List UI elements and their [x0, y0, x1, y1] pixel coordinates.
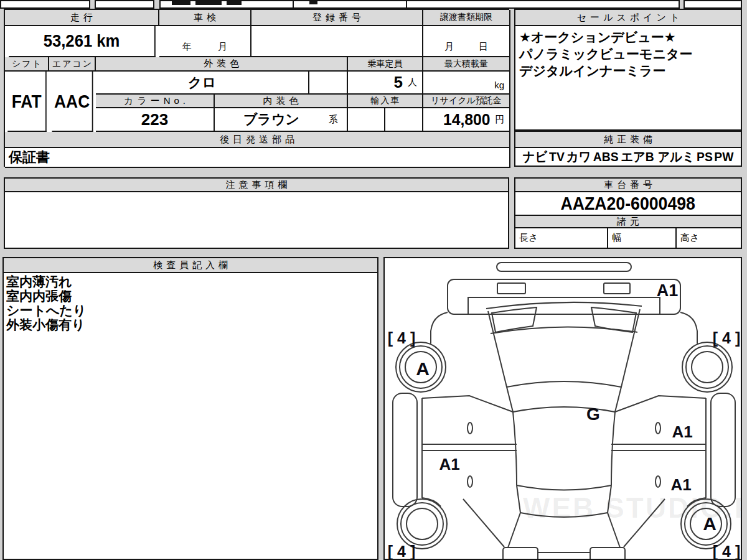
cutoff-cell	[0, 0, 90, 9]
equipment-body: ナビTVカワABSエアBアルミPSPW	[515, 148, 742, 167]
rear-bumper-center	[538, 553, 590, 559]
front-fender-right	[680, 312, 697, 343]
damage-label-door-left-rear: A1	[439, 455, 459, 474]
shift-header: シフト	[5, 57, 49, 72]
side-sill-left	[393, 393, 417, 506]
wheel-front-right-icon	[682, 342, 732, 392]
inspector-note-line: シートへたり	[6, 303, 86, 317]
roof-side-right	[611, 412, 615, 485]
transfer-month-unit: 月	[444, 41, 454, 53]
capacity-unit: 人	[408, 77, 417, 88]
wheel-rear-left-icon	[397, 499, 447, 549]
inspector-header: 検査員記入欄	[4, 258, 378, 273]
sales-points-header: セールスポイント	[515, 10, 742, 26]
transfer-date-cell: 月 日	[423, 26, 510, 57]
car-top-view-svg: WEB STUDIO.PRO	[385, 258, 741, 559]
equipment-item: カワ	[566, 148, 591, 166]
import-header: 輸入車	[348, 95, 423, 108]
length-label: 長さ	[515, 228, 608, 249]
damage-label-front-panel: A1	[657, 281, 679, 300]
cutoff-text-remnant	[227, 0, 242, 5]
equipment-header: 純正装備	[515, 132, 742, 148]
equipment-item: アルミ	[657, 148, 694, 166]
transfer-day-unit: 日	[479, 41, 488, 53]
cutoff-text-remnant	[309, 0, 317, 4]
front-fender-left	[431, 312, 448, 343]
tire-label-front-right: [ 4 ]	[713, 329, 740, 347]
inspection-header: 車検	[159, 10, 251, 26]
roof-front-arc-top	[507, 381, 621, 387]
chassis-number-text: AAZA20-6000498	[561, 194, 696, 214]
roof-side-left	[513, 412, 517, 485]
windshield-top-arc	[486, 302, 642, 309]
notes-box: 注意事項欄	[4, 177, 509, 249]
a-pillar-right	[615, 309, 640, 412]
height-label: 高さ	[677, 228, 742, 249]
inspector-body: 室内薄汚れ室内内張傷シートへたり外装小傷有り	[4, 273, 378, 560]
transfer-deadline-header: 譲渡書類期限	[423, 10, 510, 26]
shift-value: FAT	[7, 72, 46, 132]
chassis-value: AAZA20-6000498	[515, 192, 742, 216]
exterior-color-header: 外装色	[96, 57, 348, 72]
mileage-header: 走行	[5, 10, 159, 26]
a-pillar-left	[488, 311, 513, 412]
sales-points-body: ★オークションデビュー★パノラミックビューモニターデジタルインナーミラー	[515, 26, 742, 131]
later-parts-value: 保証書	[5, 148, 510, 168]
max-load-unit: kg	[494, 80, 504, 90]
door-top-right	[615, 396, 706, 412]
door-handle-front-left	[467, 422, 472, 434]
capacity-value: 5	[394, 73, 403, 92]
interior-color-value: ブラウン	[243, 110, 299, 129]
car-damage-diagram: WEB STUDIO.PRO	[383, 257, 742, 560]
recycle-value: 14,800	[443, 110, 491, 129]
exterior-color-value: クロ	[96, 72, 309, 95]
width-label: 幅	[608, 228, 677, 249]
damage-label-windshield: G	[586, 404, 600, 424]
aircon-value: AAC	[52, 72, 93, 132]
equipment-item: PS	[697, 149, 713, 164]
equipment-item: ナビ	[523, 148, 548, 166]
aircon-header: エアコン	[49, 57, 96, 72]
color-no-value: 223	[96, 108, 215, 132]
interior-color-cell: ブラウン 系	[215, 108, 348, 132]
registration-value	[251, 26, 423, 57]
inspection-date-cell: 年 月	[159, 26, 251, 57]
sales-points-box: セールスポイント ★オークションデビュー★パノラミックビューモニターデジタルイン…	[514, 9, 742, 131]
later-parts-header: 後日発送部品	[5, 132, 510, 148]
equipment-item: ABS	[593, 149, 619, 164]
door-handle-rear-right	[655, 476, 660, 487]
inspector-note-line: 外装小傷有り	[6, 317, 85, 332]
chassis-header: 車台番号	[515, 179, 742, 192]
rear-quarter-seam-left	[463, 499, 504, 547]
mileage-value: 53,261 km	[9, 26, 156, 57]
cutoff-cell	[95, 0, 154, 9]
equipment-item: TV	[549, 149, 565, 164]
damage-label-wheel-rear-right: A	[703, 513, 716, 534]
notes-body	[5, 192, 509, 249]
inspector-box: 検査員記入欄 室内薄汚れ室内内張傷シートへたり外装小傷有り	[2, 257, 378, 560]
side-sill-right	[711, 393, 735, 506]
inspector-note-line: 室内内張傷	[6, 289, 72, 303]
interior-color-header: 内装色	[215, 95, 348, 108]
recycle-value-cell: 14,800 円	[423, 108, 510, 132]
damage-label-door-right-front: A1	[672, 422, 692, 441]
import-cell-1	[348, 108, 385, 132]
capacity-header: 乗車定員	[348, 57, 423, 72]
registration-header: 登録番号	[251, 10, 423, 26]
max-load-header: 最大積載量	[423, 57, 510, 72]
equipment-box: 純正装備 ナビTVカワABSエアBアルミPSPW	[514, 131, 742, 167]
exterior-color-extra-cell	[309, 72, 348, 95]
notes-header: 注意事項欄	[5, 179, 509, 192]
rear-bumper-left	[503, 548, 538, 559]
sales-point-line: ★オークションデビュー★	[519, 29, 676, 45]
cutoff-text-remnant	[172, 0, 190, 5]
import-cell-2	[385, 108, 423, 132]
damage-label-wheel-front-left: A	[416, 358, 430, 379]
color-no-header: カラーNo.	[96, 95, 215, 108]
door-handle-rear-left	[467, 476, 472, 487]
inspector-note-line: 室内薄汚れ	[6, 274, 72, 289]
chassis-box: 車台番号 AAZA20-6000498 諸元 長さ 幅 高さ	[514, 177, 742, 249]
tire-label-front-left: [ 4 ]	[388, 329, 415, 347]
equipment-item: PW	[714, 149, 733, 164]
tire-label-rear-left: [ 4 ]	[388, 543, 415, 559]
